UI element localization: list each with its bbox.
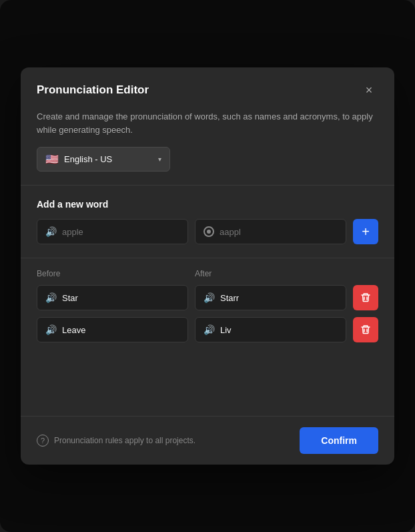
word-after-input-1[interactable]	[220, 293, 338, 303]
column-headers: Before After	[37, 269, 378, 278]
words-list-section: Before After 🔊 🔊	[21, 258, 394, 362]
language-select-left: 🇺🇸 English - US	[45, 153, 112, 166]
delete-button-2[interactable]	[353, 317, 378, 342]
flag-icon: 🇺🇸	[45, 153, 59, 166]
close-button[interactable]: ×	[360, 81, 378, 99]
help-icon: ?	[37, 435, 49, 447]
footer-info: ? Pronunciation rules apply to all proje…	[37, 435, 195, 447]
modal-footer: ? Pronunciation rules apply to all proje…	[21, 416, 394, 465]
trash-icon-1	[360, 292, 371, 303]
speaker-icon-before: 🔊	[45, 226, 57, 237]
modal-header: Pronunciation Editor ×	[21, 67, 394, 110]
modal-description: Create and manage the pronunciation of w…	[21, 110, 394, 147]
speaker-icon-2: 🔊	[45, 324, 57, 335]
language-label: English - US	[64, 154, 112, 164]
speaker-icon-1: 🔊	[45, 292, 57, 303]
modal-overlay: Pronunciation Editor × Create and manage…	[0, 0, 415, 532]
before-input-wrapper: 🔊	[37, 219, 188, 244]
word-before-input-1[interactable]	[62, 293, 179, 303]
confirm-button[interactable]: Confirm	[300, 427, 378, 454]
add-word-button[interactable]: +	[353, 219, 378, 244]
chevron-down-icon: ▾	[158, 156, 161, 163]
word-before-2: 🔊	[37, 317, 188, 342]
word-row: 🔊 🔊	[37, 285, 378, 310]
language-selector[interactable]: 🇺🇸 English - US ▾	[37, 147, 170, 172]
pronunciation-editor-modal: Pronunciation Editor × Create and manage…	[21, 67, 394, 465]
speaker-icon-after-2: 🔊	[203, 324, 215, 335]
record-icon	[203, 226, 214, 237]
actions-column-header	[353, 269, 378, 278]
word-before-input-2[interactable]	[62, 325, 179, 335]
word-row: 🔊 🔊	[37, 317, 378, 342]
word-after-1: 🔊	[195, 285, 346, 310]
add-word-title: Add a new word	[37, 199, 378, 210]
word-before-1: 🔊	[37, 285, 188, 310]
add-word-section: Add a new word 🔊 +	[21, 186, 394, 258]
delete-button-1[interactable]	[353, 285, 378, 310]
word-after-input-2[interactable]	[220, 325, 338, 335]
after-input[interactable]	[220, 227, 338, 237]
language-selector-wrapper: 🇺🇸 English - US ▾	[21, 147, 394, 185]
trash-icon-2	[360, 324, 371, 335]
speaker-icon-after-1: 🔊	[203, 292, 215, 303]
word-after-2: 🔊	[195, 317, 346, 342]
add-word-row: 🔊 +	[37, 219, 378, 244]
after-input-wrapper	[195, 219, 346, 244]
before-input[interactable]	[62, 227, 179, 237]
after-column-header: After	[195, 269, 346, 278]
before-column-header: Before	[37, 269, 188, 278]
modal-title: Pronunciation Editor	[37, 83, 149, 97]
footer-info-text: Pronunciation rules apply to all project…	[54, 436, 195, 445]
